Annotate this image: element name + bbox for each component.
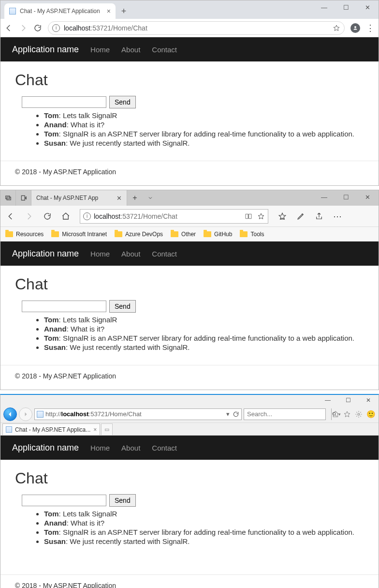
search-input[interactable] (244, 410, 331, 418)
close-window-button[interactable]: ✕ (357, 0, 379, 14)
message-user: Tom (44, 334, 59, 342)
edge-tab[interactable]: Chat - My ASP.NET App ✕ (31, 190, 127, 206)
minimize-button[interactable]: — (313, 0, 335, 14)
brand-link[interactable]: Application name (12, 249, 79, 259)
message-input[interactable] (22, 301, 106, 312)
close-window-button[interactable]: ✕ (357, 190, 379, 204)
nav-contact[interactable]: Contact (152, 250, 177, 258)
close-icon[interactable]: × (107, 7, 111, 15)
maximize-button[interactable]: ☐ (335, 190, 357, 204)
forward-icon[interactable] (19, 407, 32, 421)
more-icon[interactable]: ⋯ (333, 212, 342, 221)
back-icon[interactable] (6, 212, 15, 221)
nav-about[interactable]: About (121, 45, 140, 54)
chrome-tab[interactable]: Chat - My ASP.NET Application × (4, 3, 116, 19)
set-aside-icon[interactable] (16, 190, 31, 206)
search-box[interactable]: ▾ (244, 408, 326, 420)
kebab-menu-icon[interactable]: ⋮ (366, 24, 375, 32)
tab-actions-icon[interactable] (0, 190, 16, 206)
tab-chevron-icon[interactable] (143, 190, 158, 206)
bookmark-label: Azure DevOps (125, 231, 163, 238)
message-input[interactable] (22, 96, 106, 108)
close-window-button[interactable]: ✕ (358, 395, 379, 406)
star-icon[interactable] (343, 410, 351, 418)
message-text: : SIgnalR is an ASP.NET server library f… (59, 334, 354, 342)
profile-avatar-icon[interactable] (350, 23, 360, 33)
nav-home[interactable]: Home (90, 45, 110, 54)
nav-home[interactable]: Home (90, 250, 110, 258)
reload-icon[interactable] (33, 24, 42, 32)
site-info-icon[interactable]: i (52, 24, 60, 32)
brand-link[interactable]: Application name (12, 443, 79, 453)
edge-titlebar: Chat - My ASP.NET App ✕ + — ☐ ✕ (0, 190, 379, 206)
new-tab-button[interactable]: ▭ (101, 423, 113, 435)
message-user: Tom (44, 111, 59, 120)
close-icon[interactable]: ✕ (117, 195, 122, 202)
minimize-button[interactable]: — (313, 190, 335, 204)
message-user: Susan (44, 343, 66, 351)
message-input[interactable] (22, 495, 106, 506)
folder-icon (204, 231, 211, 237)
list-item: Tom: Lets talk SignalR (44, 510, 364, 518)
footer-text: © 2018 - My ASP.NET Application (0, 168, 379, 185)
page-body: Chat Send Tom: Lets talk SignalRAnand: W… (0, 61, 379, 147)
bookmark-item[interactable]: Resources (5, 231, 44, 238)
send-button[interactable]: Send (109, 300, 136, 313)
page-favicon (9, 8, 16, 15)
gear-icon[interactable] (355, 410, 363, 418)
page-title: Chat (15, 469, 364, 487)
bookmarks-bar: ResourcesMicrosoft IntranetAzure DevOpsO… (0, 227, 379, 241)
chevron-down-icon[interactable]: ▾ (226, 410, 230, 418)
bookmark-item[interactable]: Tools (240, 231, 264, 238)
send-button[interactable]: Send (109, 494, 136, 507)
star-icon[interactable] (333, 24, 340, 32)
home-icon[interactable] (61, 212, 70, 221)
maximize-button[interactable]: ☐ (335, 0, 357, 14)
bookmark-item[interactable]: Other (171, 231, 196, 238)
new-tab-button[interactable]: + (119, 7, 128, 15)
nav-about[interactable]: About (121, 250, 140, 258)
reload-icon[interactable] (233, 411, 239, 418)
notes-icon[interactable] (296, 212, 305, 221)
url-text: localhost:53721/Home/Chat (94, 212, 177, 220)
star-icon[interactable] (257, 212, 265, 220)
address-bar[interactable]: http://localhost:53721/Home/Chat ▾ (34, 408, 242, 420)
message-text: : SIgnalR is an ASP.NET server library f… (59, 130, 354, 138)
nav-contact[interactable]: Contact (152, 45, 177, 54)
address-bar[interactable]: i localhost:53721/Home/Chat (80, 209, 268, 224)
favorites-star-icon[interactable] (278, 212, 287, 221)
home-icon[interactable] (332, 410, 339, 418)
share-icon[interactable] (315, 212, 323, 221)
send-button[interactable]: Send (109, 96, 136, 108)
close-icon[interactable]: × (93, 426, 97, 433)
nav-about[interactable]: About (121, 444, 140, 452)
back-icon[interactable] (4, 24, 13, 32)
bookmark-item[interactable]: Microsoft Intranet (51, 231, 107, 238)
forward-icon[interactable] (25, 212, 33, 221)
chrome-toolbar: i localhost:53721/Home/Chat ⋮ (0, 19, 379, 37)
site-info-icon[interactable]: i (83, 212, 91, 220)
window-caption-buttons: — ☐ ✕ (318, 395, 379, 406)
reload-icon[interactable] (43, 212, 52, 221)
url-text: localhost:53721/Home/Chat (64, 24, 147, 32)
brand-link[interactable]: Application name (12, 45, 79, 55)
footer-text: © 2018 - My ASP.NET Application (0, 372, 379, 390)
maximize-button[interactable]: ☐ (338, 395, 358, 406)
divider (0, 161, 379, 161)
back-icon[interactable] (3, 407, 17, 421)
tab-title: Chat - My ASP.NET App (36, 195, 98, 201)
reading-view-icon[interactable] (245, 212, 252, 220)
ie-tab[interactable]: Chat - My ASP.NET Applica... × (2, 423, 100, 435)
smiley-icon[interactable]: 🙂 (366, 410, 376, 419)
message-text: : SIgnalR is an ASP.NET server library f… (59, 528, 354, 536)
minimize-button[interactable]: — (318, 395, 338, 406)
bookmark-item[interactable]: Azure DevOps (115, 231, 163, 238)
footer-text: © 2018 - My ASP.NET Application (0, 582, 379, 588)
new-tab-button[interactable]: + (127, 190, 143, 206)
message-user: Tom (44, 130, 59, 138)
nav-home[interactable]: Home (90, 444, 110, 452)
forward-icon[interactable] (19, 24, 28, 32)
nav-contact[interactable]: Contact (152, 444, 177, 452)
bookmark-item[interactable]: GitHub (204, 231, 232, 238)
address-bar[interactable]: i localhost:53721/Home/Chat (48, 21, 345, 35)
